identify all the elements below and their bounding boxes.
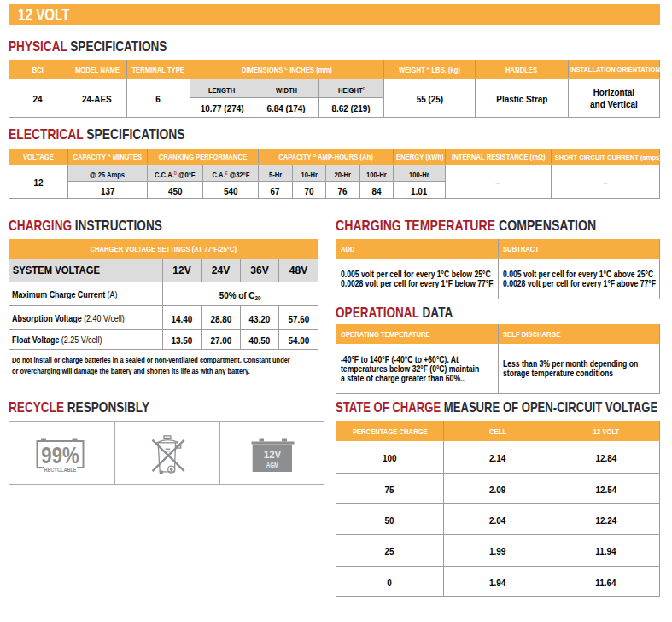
svg-text:12V: 12V	[264, 449, 282, 462]
svg-text:AGM: AGM	[266, 461, 279, 469]
svg-text:RECYCLABLE: RECYCLABLE	[44, 466, 77, 473]
svg-text:99%: 99%	[41, 443, 79, 468]
